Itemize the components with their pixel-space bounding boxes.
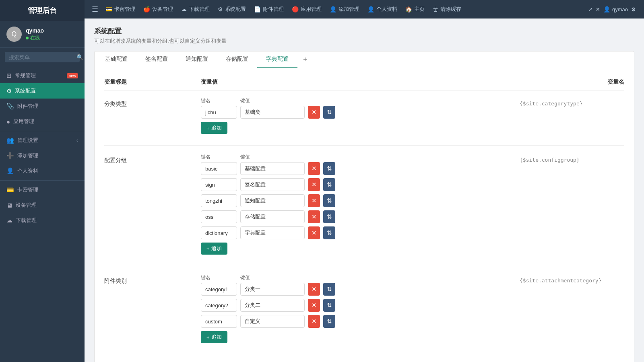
topnav-home[interactable]: 🏠 主页: [401, 0, 429, 19]
entry-val-input[interactable]: [240, 226, 305, 239]
hamburger-icon[interactable]: ☰: [89, 5, 101, 14]
cloud-icon: ☁: [181, 6, 187, 12]
topnav-clear-cache[interactable]: 🗑 清除缓存: [429, 0, 465, 19]
tab-add-button[interactable]: +: [297, 52, 313, 67]
entry-key-input[interactable]: [201, 178, 237, 191]
delete-button[interactable]: ✕: [308, 226, 320, 239]
person-add-icon: 👤: [330, 6, 336, 12]
circle-icon: 🔴: [292, 6, 299, 12]
entry-key-input[interactable]: [201, 299, 237, 312]
sidebar-item-regular-management[interactable]: ⊞ 常规管理 new: [0, 68, 85, 83]
sidebar-item-label: 附件管理: [17, 103, 78, 110]
entry-key-input[interactable]: [201, 210, 237, 223]
topnav-card-management[interactable]: 💳 卡密管理: [101, 0, 139, 19]
search-input[interactable]: [9, 54, 76, 60]
add-label: 追加: [211, 124, 222, 132]
tab-storage-config[interactable]: 存储配置: [217, 51, 257, 68]
add-entry-button[interactable]: + 追加: [201, 122, 227, 134]
attachment-icon: 📎: [6, 103, 14, 110]
topnav-attachment-management[interactable]: 📄 附件管理: [250, 0, 288, 19]
delete-button[interactable]: ✕: [308, 283, 320, 296]
tab-sign-config[interactable]: 签名配置: [136, 51, 177, 68]
delete-button[interactable]: ✕: [308, 299, 320, 312]
entry-key-input[interactable]: [201, 283, 237, 296]
entry-val-input[interactable]: [240, 283, 305, 296]
card-icon: 💳: [105, 6, 112, 12]
topnav-app-management[interactable]: 🔴 应用管理: [288, 0, 326, 19]
add-entry-button[interactable]: + 追加: [201, 331, 227, 343]
page-desc: 可以在此增改系统的变量和分组,也可以自定义分组和变量: [94, 37, 634, 45]
topnav-download-management[interactable]: ☁ 下载管理: [177, 0, 214, 19]
delete-button[interactable]: ✕: [308, 194, 320, 207]
delete-button[interactable]: ✕: [308, 162, 320, 175]
entry-key-input[interactable]: [201, 162, 237, 175]
move-button[interactable]: ⇅: [323, 283, 335, 296]
topnav-device-management[interactable]: 🍎 设备管理: [139, 0, 177, 19]
entry-val-input[interactable]: [240, 106, 305, 119]
entry-custom: ✕ ⇅: [201, 315, 520, 328]
section-attachmentcategory: 附件类别 键名 键值 ✕ ⇅: [104, 274, 624, 343]
topnav-add-admin[interactable]: 👤 添加管理: [326, 0, 363, 19]
col-val-label: 键值: [240, 274, 305, 281]
delete-button[interactable]: ✕: [308, 210, 320, 223]
var-name-categorytype: {$site.categorytype}: [520, 97, 624, 107]
delete-button[interactable]: ✕: [308, 178, 320, 191]
sidebar-item-add-admin[interactable]: ➕ 添加管理: [0, 148, 85, 163]
sidebar-item-card-management[interactable]: 💳 卡密管理: [0, 182, 85, 197]
move-button[interactable]: ⇅: [323, 162, 335, 175]
entry-val-input[interactable]: [240, 299, 305, 312]
header-label: 变量标题: [104, 78, 201, 86]
sidebar-item-attachment-management[interactable]: 📎 附件管理: [0, 99, 85, 114]
col-key-label: 键名: [201, 274, 237, 281]
file-icon: 📄: [254, 6, 261, 12]
sidebar-item-label: 卡密管理: [17, 186, 78, 193]
entry-val-input[interactable]: [240, 178, 305, 191]
entry-val-input[interactable]: [240, 315, 305, 328]
sidebar-item-label: 添加管理: [17, 152, 78, 159]
sidebar-item-personal-info[interactable]: 👤 个人资料: [0, 163, 85, 179]
delete-button[interactable]: ✕: [308, 315, 320, 328]
topnav-label: 清除缓存: [440, 6, 461, 13]
entry-key-input[interactable]: [201, 194, 237, 207]
tab-notify-config[interactable]: 通知配置: [177, 51, 217, 68]
topnav-personal-info[interactable]: 👤 个人资料: [363, 0, 401, 19]
gear-icon: ⚙: [218, 6, 223, 12]
move-button[interactable]: ⇅: [323, 178, 335, 191]
move-button[interactable]: ⇅: [323, 315, 335, 328]
close-icon[interactable]: ✕: [596, 6, 600, 12]
move-button[interactable]: ⇅: [323, 194, 335, 207]
config-body: 变量标题 变量值 变量名 分类类型 键名 键值: [94, 67, 634, 362]
move-button[interactable]: ⇅: [323, 210, 335, 223]
move-button[interactable]: ⇅: [323, 226, 335, 239]
entry-val-input[interactable]: [240, 210, 305, 223]
tab-basic-config[interactable]: 基础配置: [96, 51, 136, 68]
entry-val-input[interactable]: [240, 194, 305, 207]
topnav-settings-icon[interactable]: ⚙: [631, 6, 636, 12]
sidebar-item-device-management[interactable]: 🖥 设备管理: [0, 197, 85, 213]
sidebar-item-download-management[interactable]: ☁ 下载管理: [0, 213, 85, 228]
expand-icon[interactable]: ⤢: [588, 6, 592, 12]
sidebar-item-app-management[interactable]: ● 应用管理: [0, 114, 85, 129]
section-categorytype: 分类类型 键名 键值 ✕ ⇅: [104, 97, 624, 134]
entry-key-input[interactable]: [201, 315, 237, 328]
add-label: 追加: [211, 245, 222, 252]
sidebar-menu: ⊞ 常规管理 new ⚙ 系统配置 📎 附件管理 ● 应用管理 👥 管理设置 ‹…: [0, 66, 85, 230]
new-badge: new: [67, 73, 78, 78]
tab-dict-config[interactable]: 字典配置: [257, 51, 297, 68]
sidebar-item-admin-settings[interactable]: 👥 管理设置 ‹: [0, 133, 85, 148]
delete-button[interactable]: ✕: [308, 106, 320, 119]
move-button[interactable]: ⇅: [323, 299, 335, 312]
entry-val-input[interactable]: [240, 162, 305, 175]
entry-key-input[interactable]: [201, 226, 237, 239]
topnav-username: qymao: [612, 6, 628, 12]
add-entry-button[interactable]: + 追加: [201, 243, 227, 255]
entry-key-input[interactable]: [201, 106, 237, 119]
sidebar-item-label: 系统配置: [15, 87, 78, 95]
entry-oss: ✕ ⇅: [201, 210, 520, 223]
sidebar-item-system-config[interactable]: ⚙ 系统配置: [0, 83, 85, 99]
entry-tongzhi: ✕ ⇅: [201, 194, 520, 207]
topnav-system-config[interactable]: ⚙ 系统配置: [214, 0, 250, 19]
move-button[interactable]: ⇅: [323, 106, 335, 119]
add-icon: ➕: [6, 152, 14, 159]
topnav-extra-icons[interactable]: ⤢ ✕ 👤 qymao ⚙: [584, 0, 640, 19]
